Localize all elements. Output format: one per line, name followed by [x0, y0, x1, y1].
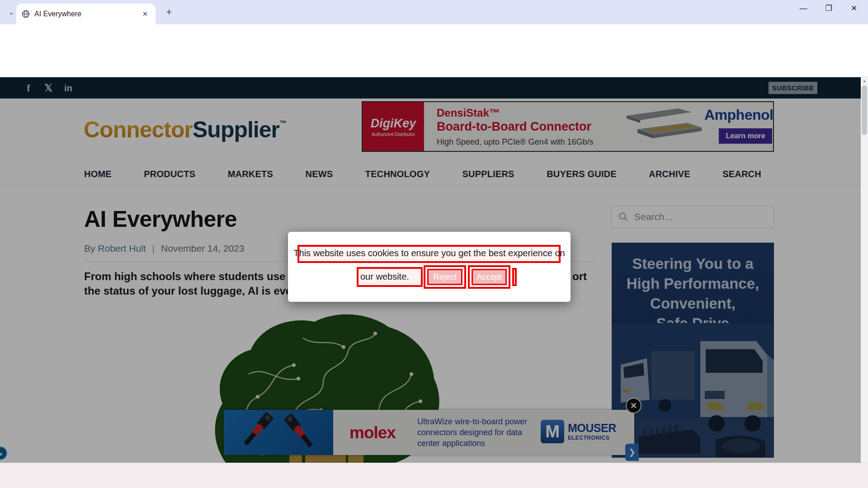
page-scrollbar[interactable]: ▲: [861, 77, 868, 463]
new-tab-button[interactable]: +: [163, 6, 175, 19]
window-restore-button[interactable]: ❐: [818, 0, 839, 17]
globe-icon: [22, 10, 30, 18]
cookie-message-line2: our website.: [360, 272, 409, 282]
annotation-mark: [512, 268, 517, 286]
accept-button[interactable]: Accept: [472, 269, 507, 285]
automation-infobar: Chrome is being controlled by automated …: [0, 47, 868, 77]
annotation-box-reject: Reject: [424, 265, 466, 289]
tab-search-chevron-icon[interactable]: ⌄: [5, 6, 17, 18]
tab-title: AI Everywhere: [34, 10, 140, 18]
tab-close-icon[interactable]: ✕: [140, 9, 150, 19]
windows-taskbar: Search: [0, 463, 868, 488]
window-close-button[interactable]: ✕: [844, 0, 864, 17]
tab-strip: ⌄ AI Everywhere ✕ + — ❐ ✕: [0, 0, 868, 24]
reject-button[interactable]: Reject: [427, 269, 462, 285]
window-minimize-button[interactable]: —: [793, 0, 814, 17]
browser-tab[interactable]: AI Everywhere ✕: [16, 4, 156, 24]
annotation-box-accept: Accept: [468, 265, 510, 289]
browser-toolbar: ← → ⟳ connectorsupplier.com/ai-everywher…: [0, 24, 868, 47]
scrollbar-thumb[interactable]: [862, 85, 867, 135]
scrollbar-up-arrow[interactable]: ▲: [861, 77, 868, 84]
cookie-consent-dialog: This website uses cookies to ensure you …: [288, 232, 571, 302]
page-viewport: f 𝕏 in SUBSCRIBE ConnectorSupplier™ Digi…: [0, 77, 861, 463]
cookie-message-line1: This website uses cookies to ensure you …: [288, 248, 571, 258]
